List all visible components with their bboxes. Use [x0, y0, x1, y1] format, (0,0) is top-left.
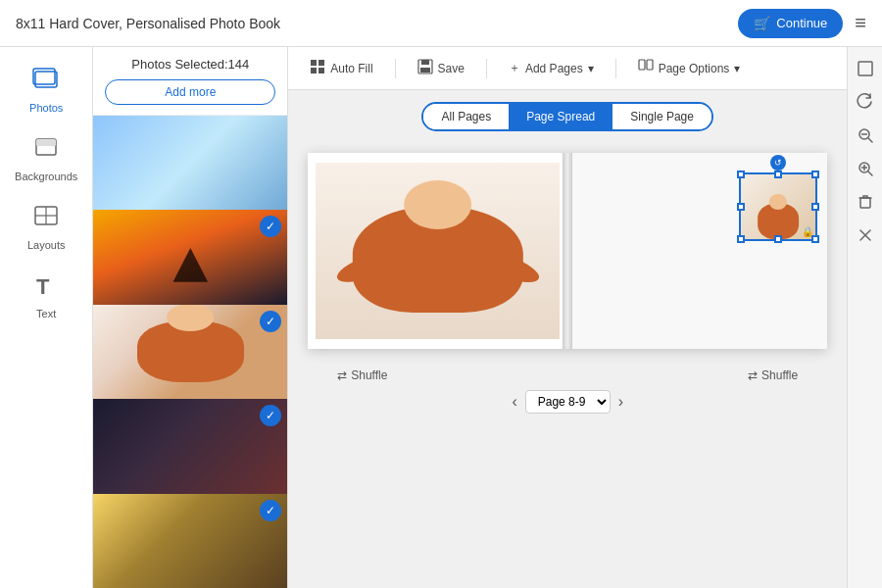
autofill-icon	[310, 59, 325, 77]
bottom-controls: ⇄ Shuffle ⇄ Shuffle	[308, 361, 827, 390]
right-panel: Auto Fill Save ＋ Add Pages ▾ Page Optio	[288, 47, 847, 588]
shuffle-left-icon: ⇄	[337, 368, 347, 382]
svg-rect-9	[318, 60, 324, 66]
list-item[interactable]: ✓	[93, 494, 287, 588]
svg-text:T: T	[36, 274, 50, 298]
trash-icon	[857, 193, 874, 214]
svg-rect-10	[311, 68, 317, 74]
backgrounds-icon	[32, 133, 60, 167]
photo-check-icon: ✓	[260, 311, 281, 332]
rotate-handle[interactable]: ↺	[770, 155, 786, 171]
close-tool-button[interactable]	[851, 221, 880, 251]
sidebar-item-layouts[interactable]: Layouts	[0, 192, 92, 261]
list-item[interactable]	[93, 116, 287, 210]
resize-handle-lm[interactable]	[737, 203, 745, 211]
page-options-icon	[638, 59, 654, 77]
view-tabs: All Pages Page Spread Single Page	[288, 90, 847, 143]
zoom-out-button[interactable]	[851, 122, 880, 151]
add-more-button[interactable]: Add more	[105, 79, 275, 105]
sidebar-item-layouts-label: Layouts	[27, 239, 66, 251]
rotate-tool-button[interactable]	[851, 88, 880, 118]
photo-panel-header: Photos Selected:144 Add more	[93, 47, 287, 116]
canvas-area: ↺ 🔒 ⇄ Shuffl	[288, 143, 847, 588]
photos-icon	[32, 65, 60, 98]
delete-button[interactable]	[851, 188, 880, 218]
close-icon	[857, 226, 874, 247]
shuffle-left-button[interactable]: ⇄ Shuffle	[337, 368, 387, 382]
sidebar-item-text-label: Text	[36, 308, 56, 319]
tab-all-pages[interactable]: All Pages	[423, 104, 509, 129]
right-tools	[847, 47, 882, 588]
photos-selected-count: Photos Selected:144	[131, 57, 249, 72]
list-item[interactable]: ✓	[93, 305, 287, 399]
resize-handle-tm[interactable]	[774, 171, 782, 178]
photo-check-icon: ✓	[260, 500, 281, 521]
svg-line-20	[868, 138, 872, 142]
header: 8x11 Hard Cover, Personalised Photo Book…	[0, 0, 882, 47]
resize-handle-rm[interactable]	[811, 203, 819, 211]
sidebar-item-photos-label: Photos	[29, 102, 63, 114]
zoom-in-button[interactable]	[851, 155, 880, 184]
cart-icon: 🛒	[754, 16, 770, 31]
prev-page-button[interactable]: ‹	[512, 393, 516, 411]
selected-photo-box[interactable]: ↺ 🔒	[739, 172, 817, 241]
layouts-icon	[32, 202, 60, 235]
page-nav: ‹ Page 8-9 ›	[512, 390, 623, 414]
resize-handle-bl[interactable]	[737, 235, 745, 243]
book-left-page	[308, 153, 567, 349]
sidebar-item-backgrounds[interactable]: Backgrounds	[0, 123, 92, 192]
page-select[interactable]: Page 8-9	[525, 390, 611, 414]
svg-rect-14	[420, 68, 430, 73]
save-button[interactable]: Save	[412, 55, 470, 81]
rotate-icon	[857, 93, 874, 114]
resize-handle-tr[interactable]	[811, 171, 819, 178]
photo-grid: ✓ ✓ ✓ ✓	[93, 116, 287, 588]
lock-icon: 🔒	[802, 226, 813, 237]
resize-handle-tl[interactable]	[737, 171, 745, 178]
photo-panel: Photos Selected:144 Add more ✓	[93, 47, 288, 588]
page-options-chevron-icon: ▾	[734, 62, 740, 75]
continue-button[interactable]: 🛒 Continue	[738, 9, 843, 38]
svg-rect-17	[858, 62, 872, 75]
sidebar-item-photos[interactable]: Photos	[0, 55, 92, 123]
list-item[interactable]: ✓	[93, 399, 287, 493]
add-pages-button[interactable]: ＋ Add Pages ▾	[503, 56, 600, 80]
divider	[486, 59, 487, 78]
svg-rect-16	[647, 60, 653, 70]
main-layout: Photos Backgrounds Layouts	[0, 47, 882, 588]
divider	[615, 59, 616, 78]
crop-tool-button[interactable]	[851, 55, 880, 84]
menu-icon[interactable]: ≡	[855, 12, 866, 34]
tab-single-page[interactable]: Single Page	[612, 104, 711, 129]
divider	[395, 59, 396, 78]
book-spine	[563, 153, 572, 349]
svg-rect-8	[311, 60, 317, 66]
zoom-out-icon	[857, 126, 874, 147]
svg-rect-11	[318, 68, 324, 74]
zoom-in-icon	[857, 160, 874, 180]
shuffle-right-icon: ⇄	[748, 368, 758, 382]
svg-line-24	[868, 172, 872, 175]
save-icon	[417, 59, 433, 77]
add-pages-chevron-icon: ▾	[588, 62, 594, 75]
header-actions: 🛒 Continue ≡	[738, 9, 866, 38]
page-title: 8x11 Hard Cover, Personalised Photo Book	[16, 16, 280, 31]
tab-group: All Pages Page Spread Single Page	[421, 102, 712, 131]
sidebar-item-backgrounds-label: Backgrounds	[15, 171, 77, 182]
sidebar-item-text[interactable]: T Text	[0, 261, 92, 329]
svg-rect-3	[36, 139, 56, 146]
shuffle-right-button[interactable]: ⇄ Shuffle	[748, 368, 798, 382]
next-page-button[interactable]: ›	[618, 393, 623, 411]
svg-rect-13	[421, 60, 429, 65]
svg-rect-15	[639, 60, 645, 70]
sidebar: Photos Backgrounds Layouts	[0, 47, 93, 588]
resize-handle-bm[interactable]	[774, 235, 782, 243]
page-options-button[interactable]: Page Options ▾	[632, 55, 747, 81]
text-icon: T	[32, 270, 60, 304]
list-item[interactable]: ✓	[93, 210, 287, 304]
add-pages-icon: ＋	[509, 60, 520, 76]
book-spread: ↺ 🔒	[308, 153, 827, 349]
autofill-button[interactable]: Auto Fill	[304, 55, 378, 81]
toolbar: Auto Fill Save ＋ Add Pages ▾ Page Optio	[288, 47, 847, 90]
tab-page-spread[interactable]: Page Spread	[509, 104, 612, 129]
